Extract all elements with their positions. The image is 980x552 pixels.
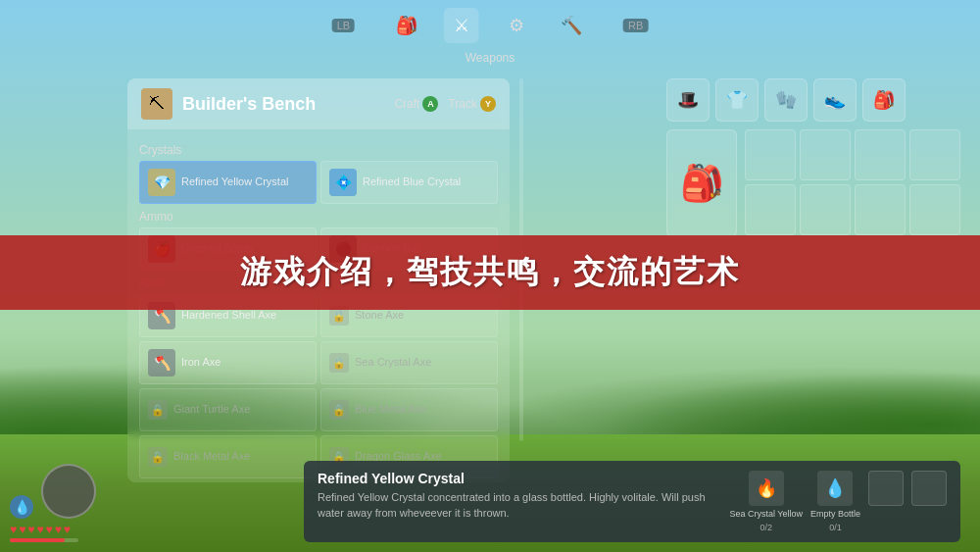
sea-crystal-label: Sea Crystal Yellow	[729, 509, 803, 520]
equip-slot-3[interactable]	[855, 129, 906, 180]
item-refined-yellow-crystal[interactable]: 💎 Refined Yellow Crystal	[139, 161, 317, 204]
track-btn[interactable]: Track Y	[448, 96, 496, 112]
item-label-refined-yellow: Refined Yellow Crystal	[181, 176, 288, 188]
item-label-giant-turtle-axe: Giant Turtle Axe	[173, 403, 250, 416]
health-bar	[10, 538, 78, 542]
hearts-display: ♥ ♥ ♥ ♥ ♥ ♥ ♥	[10, 523, 96, 536]
ingredient-empty-bottle: 💧 Empty Bottle 0/1	[810, 471, 860, 532]
top-nav: LB 🎒 ⚔ ⚙ 🔨 RB Weapons	[332, 0, 649, 69]
ammo-section-label: Ammo	[139, 210, 498, 224]
rb-button[interactable]: RB	[623, 19, 648, 32]
equip-side-slots	[745, 129, 960, 237]
item-sea-crystal-axe[interactable]: 🔒 Sea Crystal Axe	[320, 341, 498, 384]
promotional-banner: 游戏介绍，驾技共鸣，交流的艺术	[0, 235, 980, 310]
equip-panel: 🎩 👕 🧤 👟 🎒 🎒	[666, 78, 960, 245]
item-black-metal-axe[interactable]: 🔒 Black Metal Axe	[139, 435, 317, 478]
blue-metal-lock-icon: 🔒	[329, 400, 349, 420]
item-label-refined-blue: Refined Blue Crystal	[363, 176, 461, 188]
nav-weapons-icon[interactable]: ⚔	[444, 8, 479, 43]
equip-slot-7[interactable]	[855, 184, 906, 235]
sea-crystal-ingredient-icon: 🔥	[749, 471, 784, 506]
empty-bottle-icon: 💧	[817, 471, 853, 506]
craft-label: Craft	[394, 97, 419, 111]
sea-crystal-lock-icon: 🔒	[329, 353, 349, 373]
ingredient-sea-crystal: 🔥 Sea Crystal Yellow 0/2	[729, 471, 803, 532]
item-label-sea-crystal-axe: Sea Crystal Axe	[355, 356, 431, 369]
equip-big-area: 🎒	[666, 129, 960, 237]
shirt-tab[interactable]: 👕	[715, 78, 759, 122]
equip-center-slot[interactable]: 🎒	[666, 129, 737, 237]
avatar-area: 💧	[10, 464, 96, 519]
track-label: Track	[448, 97, 477, 111]
equip-tabs: 🎩 👕 🧤 👟 🎒	[666, 78, 960, 122]
heart-3: ♥	[27, 523, 34, 536]
info-left: Refined Yellow Crystal Refined Yellow Cr…	[318, 471, 715, 532]
active-tab-label: Weapons	[466, 51, 514, 65]
item-label-stone-axe: Stone Axe	[355, 309, 404, 322]
lb-button[interactable]: LB	[332, 19, 355, 32]
nav-icons: 🎒 ⚔ ⚙ 🔨	[369, 0, 609, 51]
info-panel: Refined Yellow Crystal Refined Yellow Cr…	[304, 461, 960, 542]
crystal-yellow-icon: 💎	[148, 169, 175, 196]
nav-hammer-icon[interactable]: 🔨	[554, 8, 589, 43]
equip-slot-4[interactable]	[909, 129, 960, 180]
sea-crystal-count: 0/2	[760, 523, 772, 532]
boots-tab[interactable]: 👟	[813, 78, 857, 122]
item-blue-metal-axe[interactable]: 🔒 Blue Metal Axe	[320, 388, 498, 431]
info-description: Refined Yellow Crystal concentrated into…	[318, 490, 715, 521]
water-droplet-icon: 💧	[10, 495, 33, 519]
player-hud: 💧 ♥ ♥ ♥ ♥ ♥ ♥ ♥	[10, 464, 96, 542]
item-label-black-metal-axe: Black Metal Axe	[173, 450, 250, 463]
bench-title: Builder's Bench	[182, 94, 384, 115]
ingredient-slot-4	[911, 471, 947, 506]
item-label-blue-metal-axe: Blue Metal Axe	[355, 403, 426, 416]
equip-top-row	[745, 129, 960, 180]
heart-4: ♥	[36, 523, 43, 536]
health-fill	[10, 538, 65, 542]
nav-bag-icon[interactable]: 🎒	[389, 8, 424, 43]
axes-grid: 🪓 Hardened Shell Axe 🔒 Stone Axe 🪓 Iron …	[139, 294, 498, 482]
item-iron-axe[interactable]: 🪓 Iron Axe	[139, 341, 317, 384]
player-avatar	[41, 464, 96, 519]
equip-slot-2[interactable]	[800, 129, 851, 180]
info-ingredients: 🔥 Sea Crystal Yellow 0/2 💧 Empty Bottle …	[729, 471, 947, 532]
heart-5: ♥	[46, 523, 53, 536]
bench-icon: ⛏	[141, 88, 172, 120]
banner-text: 游戏介绍，驾技共鸣，交流的艺术	[240, 251, 740, 294]
bench-header: ⛏ Builder's Bench Craft A Track Y	[127, 78, 510, 129]
black-metal-lock-icon: 🔒	[148, 447, 168, 467]
heart-1: ♥	[10, 523, 17, 536]
hat-tab[interactable]: 🎩	[666, 78, 710, 122]
a-button[interactable]: A	[422, 96, 438, 112]
item-refined-blue-crystal[interactable]: 💠 Refined Blue Crystal	[320, 161, 498, 204]
item-giant-turtle-axe[interactable]: 🔒 Giant Turtle Axe	[139, 388, 317, 431]
ingredient-slot-3	[868, 471, 904, 506]
crystals-grid: 💎 Refined Yellow Crystal 💠 Refined Blue …	[139, 161, 498, 204]
craft-track-area: Craft A Track Y	[394, 96, 496, 112]
crystals-section-label: Crystals	[139, 143, 498, 157]
y-button[interactable]: Y	[480, 96, 496, 112]
info-title: Refined Yellow Crystal	[318, 471, 715, 486]
nav-tools-icon[interactable]: ⚙	[499, 8, 534, 43]
heart-6: ♥	[55, 523, 62, 536]
empty-bottle-count: 0/1	[829, 523, 842, 532]
equip-bottom-row	[745, 184, 960, 235]
equip-slot-5[interactable]	[745, 184, 796, 235]
craft-btn[interactable]: Craft A	[394, 96, 438, 112]
empty-bottle-label: Empty Bottle	[810, 509, 860, 520]
iron-axe-icon: 🪓	[148, 349, 175, 376]
giant-turtle-lock-icon: 🔒	[148, 400, 168, 420]
item-label-iron-axe: Iron Axe	[181, 356, 220, 369]
item-label-hardened-shell: Hardened Shell Axe	[181, 309, 276, 322]
equip-slot-6[interactable]	[800, 184, 851, 235]
heart-7: ♥	[64, 523, 71, 536]
heart-2: ♥	[19, 523, 25, 536]
backpack-tab[interactable]: 🎒	[862, 78, 906, 122]
equip-slot-8[interactable]	[909, 184, 960, 235]
equip-slot-1[interactable]	[745, 129, 796, 180]
crystal-blue-icon: 💠	[329, 169, 357, 196]
gloves-tab[interactable]: 🧤	[764, 78, 808, 122]
